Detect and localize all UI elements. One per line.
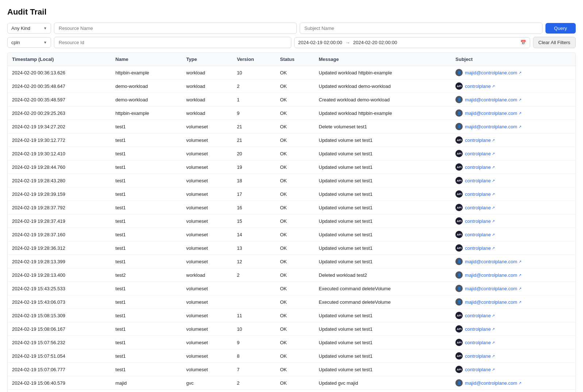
subject-link[interactable]: controlplane ↗	[465, 313, 495, 318]
subject-link[interactable]: controlplane ↗	[465, 164, 495, 170]
subject-link[interactable]: majid@controlplane.com ↗	[465, 97, 521, 102]
org-select[interactable]: cpln ▼	[7, 37, 51, 48]
cell-version: 15	[233, 214, 276, 228]
subject-link[interactable]: majid@controlplane.com ↗	[465, 299, 521, 305]
subject-name-input[interactable]	[300, 23, 543, 34]
cell-status: OK	[276, 187, 314, 201]
external-link-icon: ↗	[492, 165, 495, 169]
subject-link[interactable]: controlplane ↗	[465, 353, 495, 359]
cell-message: Delete volumeset test1	[314, 120, 451, 133]
subject-link[interactable]: controlplane ↗	[465, 326, 495, 332]
table-row: 2024-02-19 15:07:51.054 test1 volumeset …	[8, 349, 575, 363]
subject-link[interactable]: majid@controlplane.com ↗	[465, 124, 521, 129]
audit-table-container: Timestamp (Local) Name Type Version Stat…	[7, 51, 576, 392]
table-row: 2024-02-19 19:34:27.202 test1 volumeset …	[8, 120, 575, 133]
subject-name: controlplane	[465, 245, 491, 251]
cell-version: 20	[233, 147, 276, 160]
api-icon: API	[455, 352, 463, 360]
cell-subject: API controlplane ↗	[451, 349, 575, 363]
cell-type: volumeset	[182, 160, 233, 174]
cell-version: 1	[233, 93, 276, 106]
subject-link[interactable]: controlplane ↗	[465, 245, 495, 251]
cell-version: 2	[233, 376, 276, 390]
subject-link[interactable]: controlplane ↗	[465, 205, 495, 210]
col-type: Type	[182, 53, 233, 66]
external-link-icon: ↗	[492, 314, 495, 318]
cell-subject: 👤 majid@controlplane.com ↗	[451, 282, 575, 295]
external-link-icon: ↗	[492, 152, 495, 156]
resource-id-input[interactable]	[54, 37, 291, 48]
table-row: 2024-02-19 15:08:15.309 test1 volumeset …	[8, 309, 575, 322]
cell-name: test1	[111, 133, 182, 147]
external-link-icon: ↗	[518, 287, 521, 291]
cell-type: volumeset	[182, 187, 233, 201]
col-subject: Subject	[451, 53, 575, 66]
external-link-icon: ↗	[492, 233, 495, 237]
user-icon: 👤	[455, 96, 463, 103]
cell-timestamp: 2024-02-20 00:36:13.626	[8, 66, 111, 79]
resource-name-input[interactable]	[54, 23, 297, 34]
cell-timestamp: 2024-02-19 19:28:37.419	[8, 214, 111, 228]
subject-link[interactable]: majid@controlplane.com ↗	[465, 259, 521, 264]
table-row: 2024-02-20 00:36:13.626 httpbin-example …	[8, 66, 575, 79]
cell-version: 21	[233, 133, 276, 147]
cell-version: 11	[233, 309, 276, 322]
subject-link[interactable]: majid@controlplane.com ↗	[465, 272, 521, 278]
cell-message: Updated volume set test1	[314, 322, 451, 336]
cell-version: 14	[233, 228, 276, 241]
kind-select[interactable]: Any Kind ▼	[7, 23, 51, 34]
cell-name: test1	[111, 120, 182, 133]
subject-link[interactable]: controlplane ↗	[465, 340, 495, 345]
user-icon: 👤	[455, 271, 463, 279]
cell-name: majid	[111, 376, 182, 390]
cell-subject: API controlplane ↗	[451, 201, 575, 214]
subject-link[interactable]: controlplane ↗	[465, 367, 495, 372]
cell-timestamp: 2024-02-19 19:30:12.772	[8, 133, 111, 147]
table-row: 2024-02-19 19:28:44.760 test1 volumeset …	[8, 160, 575, 174]
date-range-picker[interactable]: 2024-02-19 02:00:00 → 2024-02-20 02:00:0…	[294, 37, 530, 48]
external-link-icon: ↗	[492, 84, 495, 88]
cell-status: OK	[276, 322, 314, 336]
cell-subject: API controlplane ↗	[451, 133, 575, 147]
subject-link[interactable]: controlplane ↗	[465, 178, 495, 183]
subject-link[interactable]: majid@controlplane.com ↗	[465, 286, 521, 291]
cell-subject: API controlplane ↗	[451, 336, 575, 349]
subject-link[interactable]: controlplane ↗	[465, 151, 495, 156]
subject-link[interactable]: controlplane ↗	[465, 191, 495, 197]
cell-timestamp: 2024-02-20 00:35:48.597	[8, 93, 111, 106]
subject-link[interactable]: controlplane ↗	[465, 232, 495, 237]
subject-link[interactable]: controlplane ↗	[465, 84, 495, 89]
subject-name: majid@controlplane.com	[465, 259, 517, 264]
subject-link[interactable]: majid@controlplane.com ↗	[465, 110, 521, 116]
clear-all-filters-button[interactable]: Clear All Filters	[533, 37, 576, 48]
cell-message: Updated volume set test1	[314, 214, 451, 228]
subject-link[interactable]: majid@controlplane.com ↗	[465, 70, 521, 75]
api-icon: API	[455, 231, 463, 238]
cell-subject: 👤 majid@controlplane.com ↗	[451, 93, 575, 106]
subject-name: controlplane	[465, 367, 491, 372]
subject-link[interactable]: controlplane ↗	[465, 137, 495, 143]
cell-type: volumeset	[182, 228, 233, 241]
cell-status: OK	[276, 241, 314, 255]
cell-type: volumeset	[182, 282, 233, 295]
calendar-icon[interactable]: 📅	[520, 40, 526, 45]
cell-type: volumeset	[182, 322, 233, 336]
cell-status: OK	[276, 79, 314, 93]
external-link-icon: ↗	[518, 273, 521, 277]
cell-subject: 👤 majid@controlplane.com ↗	[451, 268, 575, 282]
cell-message: Updated volume set test1	[314, 174, 451, 187]
user-icon: 👤	[455, 379, 463, 387]
table-row: 2024-02-19 15:07:06.777 test1 volumeset …	[8, 363, 575, 376]
subject-link[interactable]: controlplane ↗	[465, 218, 495, 224]
cell-subject: API controlplane ↗	[451, 228, 575, 241]
cell-status: OK	[276, 147, 314, 160]
cell-status: OK	[276, 363, 314, 376]
subject-name: controlplane	[465, 84, 491, 89]
subject-link[interactable]: majid@controlplane.com ↗	[465, 380, 521, 386]
audit-table-scroll[interactable]: Timestamp (Local) Name Type Version Stat…	[7, 53, 576, 392]
cell-status: OK	[276, 309, 314, 322]
cell-type: volumeset	[182, 295, 233, 309]
filter-row-2: cpln ▼ 2024-02-19 02:00:00 → 2024-02-20 …	[7, 37, 576, 48]
cell-message: Updated workload httpbin-example	[314, 106, 451, 120]
query-button[interactable]: Query	[545, 23, 576, 34]
